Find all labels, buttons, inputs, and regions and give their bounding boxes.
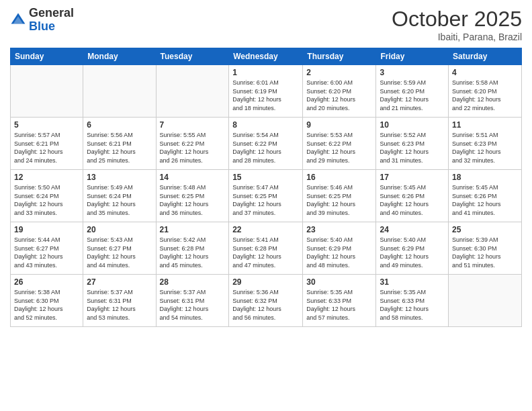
day-info: Sunrise: 5:50 AMSunset: 6:24 PMDaylight:… — [14, 183, 79, 217]
day-cell: 20Sunrise: 5:43 AMSunset: 6:27 PMDayligh… — [83, 222, 156, 275]
day-number: 2 — [306, 68, 372, 77]
day-info: Sunrise: 5:35 AMSunset: 6:33 PMDaylight:… — [380, 288, 445, 322]
day-number: 14 — [160, 173, 226, 182]
day-info: Sunrise: 5:45 AMSunset: 6:26 PMDaylight:… — [452, 183, 518, 217]
day-info: Sunrise: 5:57 AMSunset: 6:21 PMDaylight:… — [14, 131, 79, 165]
day-cell: 22Sunrise: 5:41 AMSunset: 6:28 PMDayligh… — [229, 222, 303, 275]
calendar-table: SundayMondayTuesdayWednesdayThursdayFrid… — [10, 48, 522, 327]
day-cell: 31Sunrise: 5:35 AMSunset: 6:33 PMDayligh… — [376, 275, 449, 327]
day-info: Sunrise: 5:49 AMSunset: 6:24 PMDaylight:… — [87, 183, 152, 217]
day-info: Sunrise: 5:37 AMSunset: 6:31 PMDaylight:… — [87, 288, 152, 322]
day-cell: 12Sunrise: 5:50 AMSunset: 6:24 PMDayligh… — [11, 170, 83, 222]
day-number: 29 — [232, 277, 299, 287]
day-cell: 14Sunrise: 5:48 AMSunset: 6:25 PMDayligh… — [156, 170, 229, 222]
day-cell: 1Sunrise: 6:01 AMSunset: 6:19 PMDaylight… — [229, 65, 303, 118]
day-cell: 11Sunrise: 5:51 AMSunset: 6:23 PMDayligh… — [449, 118, 522, 170]
location-title: Ibaiti, Parana, Brazil — [392, 32, 522, 42]
day-info: Sunrise: 5:59 AMSunset: 6:20 PMDaylight:… — [380, 79, 445, 112]
day-number: 24 — [380, 225, 445, 234]
logo-general-text: General — [29, 6, 74, 19]
day-info: Sunrise: 5:52 AMSunset: 6:23 PMDaylight:… — [380, 131, 445, 165]
day-number: 11 — [452, 120, 518, 130]
day-number: 18 — [452, 173, 518, 182]
day-number: 15 — [232, 173, 299, 182]
header-day-sunday: Sunday — [11, 48, 83, 65]
page: General Blue October 2025 Ibaiti, Parana… — [0, 0, 532, 411]
day-cell — [83, 65, 156, 118]
day-cell: 16Sunrise: 5:46 AMSunset: 6:25 PMDayligh… — [303, 170, 376, 222]
header-day-wednesday: Wednesday — [229, 48, 303, 65]
day-cell: 4Sunrise: 5:58 AMSunset: 6:20 PMDaylight… — [449, 65, 522, 118]
logo: General Blue — [10, 7, 74, 34]
day-number: 4 — [452, 68, 518, 77]
day-info: Sunrise: 5:53 AMSunset: 6:22 PMDaylight:… — [306, 131, 372, 165]
day-cell — [449, 275, 522, 327]
day-cell: 26Sunrise: 5:38 AMSunset: 6:30 PMDayligh… — [11, 275, 83, 327]
day-number: 12 — [14, 173, 79, 182]
day-number: 13 — [87, 173, 152, 182]
day-cell: 9Sunrise: 5:53 AMSunset: 6:22 PMDaylight… — [303, 118, 376, 170]
day-info: Sunrise: 5:48 AMSunset: 6:25 PMDaylight:… — [160, 183, 226, 217]
header: General Blue October 2025 Ibaiti, Parana… — [10, 7, 522, 42]
day-number: 27 — [87, 277, 152, 287]
day-info: Sunrise: 5:36 AMSunset: 6:32 PMDaylight:… — [232, 288, 299, 322]
day-info: Sunrise: 5:44 AMSunset: 6:27 PMDaylight:… — [14, 236, 79, 269]
day-info: Sunrise: 5:46 AMSunset: 6:25 PMDaylight:… — [306, 183, 372, 217]
day-cell: 17Sunrise: 5:45 AMSunset: 6:26 PMDayligh… — [376, 170, 449, 222]
header-day-thursday: Thursday — [303, 48, 376, 65]
day-number: 30 — [306, 277, 372, 287]
day-info: Sunrise: 5:54 AMSunset: 6:22 PMDaylight:… — [232, 131, 299, 165]
day-cell: 3Sunrise: 5:59 AMSunset: 6:20 PMDaylight… — [376, 65, 449, 118]
header-day-tuesday: Tuesday — [156, 48, 229, 65]
title-block: October 2025 Ibaiti, Parana, Brazil — [392, 7, 522, 42]
day-number: 6 — [87, 120, 152, 130]
day-cell: 5Sunrise: 5:57 AMSunset: 6:21 PMDaylight… — [11, 118, 83, 170]
calendar-header-row: SundayMondayTuesdayWednesdayThursdayFrid… — [11, 48, 522, 65]
day-cell: 27Sunrise: 5:37 AMSunset: 6:31 PMDayligh… — [83, 275, 156, 327]
day-cell: 19Sunrise: 5:44 AMSunset: 6:27 PMDayligh… — [11, 222, 83, 275]
day-number: 8 — [232, 120, 299, 130]
day-cell: 2Sunrise: 6:00 AMSunset: 6:20 PMDaylight… — [303, 65, 376, 118]
logo-blue-text: Blue — [29, 19, 55, 33]
day-info: Sunrise: 5:55 AMSunset: 6:22 PMDaylight:… — [160, 131, 226, 165]
header-day-friday: Friday — [376, 48, 449, 65]
day-info: Sunrise: 5:39 AMSunset: 6:30 PMDaylight:… — [452, 236, 518, 269]
day-cell: 23Sunrise: 5:40 AMSunset: 6:29 PMDayligh… — [303, 222, 376, 275]
day-cell: 6Sunrise: 5:56 AMSunset: 6:21 PMDaylight… — [83, 118, 156, 170]
day-cell — [156, 65, 229, 118]
week-row-4: 19Sunrise: 5:44 AMSunset: 6:27 PMDayligh… — [11, 222, 522, 275]
day-cell: 25Sunrise: 5:39 AMSunset: 6:30 PMDayligh… — [449, 222, 522, 275]
day-number: 23 — [306, 225, 372, 234]
week-row-3: 12Sunrise: 5:50 AMSunset: 6:24 PMDayligh… — [11, 170, 522, 222]
day-cell: 8Sunrise: 5:54 AMSunset: 6:22 PMDaylight… — [229, 118, 303, 170]
day-number: 19 — [14, 225, 79, 234]
day-cell: 24Sunrise: 5:40 AMSunset: 6:29 PMDayligh… — [376, 222, 449, 275]
day-info: Sunrise: 5:40 AMSunset: 6:29 PMDaylight:… — [380, 236, 445, 269]
day-info: Sunrise: 5:45 AMSunset: 6:26 PMDaylight:… — [380, 183, 445, 217]
day-cell: 30Sunrise: 5:35 AMSunset: 6:33 PMDayligh… — [303, 275, 376, 327]
day-number: 20 — [87, 225, 152, 234]
day-cell: 10Sunrise: 5:52 AMSunset: 6:23 PMDayligh… — [376, 118, 449, 170]
header-day-monday: Monday — [83, 48, 156, 65]
day-info: Sunrise: 5:56 AMSunset: 6:21 PMDaylight:… — [87, 131, 152, 165]
day-info: Sunrise: 6:00 AMSunset: 6:20 PMDaylight:… — [306, 79, 372, 112]
day-number: 17 — [380, 173, 445, 182]
logo-text: General Blue — [29, 7, 74, 34]
header-day-saturday: Saturday — [449, 48, 522, 65]
day-number: 16 — [306, 173, 372, 182]
day-cell: 13Sunrise: 5:49 AMSunset: 6:24 PMDayligh… — [83, 170, 156, 222]
day-info: Sunrise: 5:58 AMSunset: 6:20 PMDaylight:… — [452, 79, 518, 112]
day-number: 7 — [160, 120, 226, 130]
day-info: Sunrise: 5:43 AMSunset: 6:27 PMDaylight:… — [87, 236, 152, 269]
day-number: 31 — [380, 277, 445, 287]
logo-icon — [10, 12, 26, 28]
day-number: 21 — [160, 225, 226, 234]
week-row-1: 1Sunrise: 6:01 AMSunset: 6:19 PMDaylight… — [11, 65, 522, 118]
day-cell: 21Sunrise: 5:42 AMSunset: 6:28 PMDayligh… — [156, 222, 229, 275]
day-info: Sunrise: 5:51 AMSunset: 6:23 PMDaylight:… — [452, 131, 518, 165]
day-info: Sunrise: 5:40 AMSunset: 6:29 PMDaylight:… — [306, 236, 372, 269]
day-number: 3 — [380, 68, 445, 77]
month-title: October 2025 — [392, 7, 522, 32]
day-cell: 18Sunrise: 5:45 AMSunset: 6:26 PMDayligh… — [449, 170, 522, 222]
day-number: 5 — [14, 120, 79, 130]
